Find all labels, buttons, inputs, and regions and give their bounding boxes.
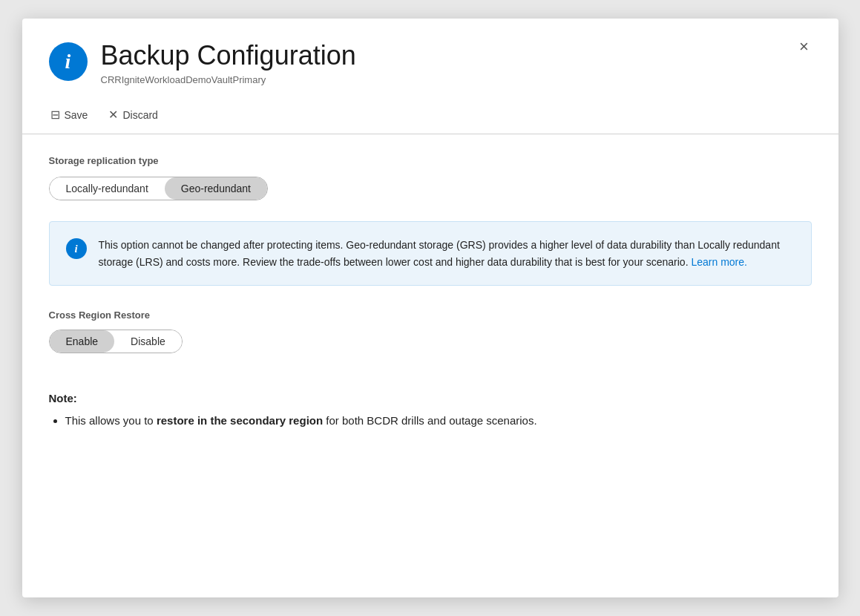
crr-toggle-group: Enable Disable: [49, 330, 183, 353]
close-button[interactable]: ×: [791, 33, 818, 60]
header-text: Backup Configuration CRRIgniteWorkloadDe…: [101, 39, 812, 85]
close-icon: ×: [799, 37, 809, 56]
note-text-before: This allows you to: [65, 414, 157, 427]
toggle-crr-disable[interactable]: Disable: [114, 330, 182, 353]
discard-label: Discard: [122, 109, 157, 121]
toggle-locally-redundant[interactable]: Locally-redundant: [50, 177, 165, 200]
save-icon: ⊟: [50, 108, 60, 122]
dialog-title: Backup Configuration: [101, 39, 812, 71]
info-box-text: This option cannot be changed after prot…: [99, 237, 795, 270]
discard-icon: ✕: [108, 108, 118, 122]
dialog-header: i Backup Configuration CRRIgniteWorkload…: [22, 19, 838, 97]
note-label: Note:: [49, 392, 812, 404]
note-list: This allows you to restore in the second…: [49, 412, 812, 430]
header-info-icon: i: [49, 42, 88, 81]
note-text-after: for both BCDR drills and outage scenario…: [323, 414, 536, 427]
save-button[interactable]: ⊟ Save: [49, 105, 90, 125]
dialog-subtitle: CRRIgniteWorkloadDemoVaultPrimary: [101, 74, 812, 85]
note-text-bold: restore in the secondary region: [157, 414, 323, 427]
learn-more-link[interactable]: Learn more.: [691, 256, 746, 268]
backup-configuration-dialog: i Backup Configuration CRRIgniteWorkload…: [22, 19, 838, 597]
info-box: i This option cannot be changed after pr…: [49, 221, 812, 286]
storage-section-label: Storage replication type: [49, 155, 812, 166]
storage-toggle-group: Locally-redundant Geo-redundant: [49, 177, 268, 200]
note-section: Note: This allows you to restore in the …: [49, 392, 812, 430]
toggle-crr-enable[interactable]: Enable: [50, 330, 115, 353]
discard-button[interactable]: ✕ Discard: [107, 105, 159, 125]
toolbar: ⊟ Save ✕ Discard: [22, 97, 838, 134]
crr-section-label: Cross Region Restore: [49, 309, 812, 321]
save-label: Save: [65, 109, 88, 121]
info-box-main-text: This option cannot be changed after prot…: [99, 239, 780, 267]
toggle-geo-redundant[interactable]: Geo-redundant: [165, 177, 267, 200]
info-box-icon: i: [66, 238, 87, 259]
dialog-body: Storage replication type Locally-redunda…: [22, 134, 838, 450]
note-item: This allows you to restore in the second…: [65, 412, 812, 430]
crr-section: Cross Region Restore Enable Disable: [49, 309, 812, 374]
